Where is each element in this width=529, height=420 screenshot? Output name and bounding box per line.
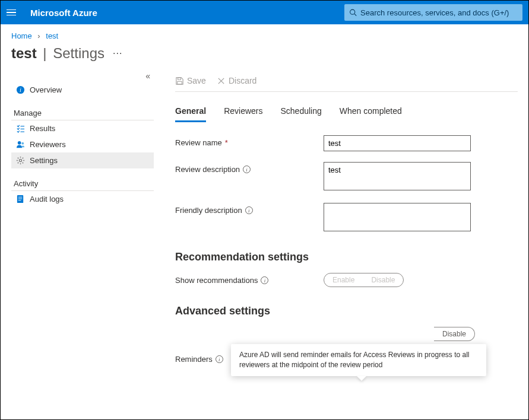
review-desc-input[interactable]: test [324,162,471,190]
list-check-icon [16,124,25,133]
tab-reviewers[interactable]: Reviewers [224,104,262,122]
friendly-desc-label: Friendly description i [175,203,324,215]
search-icon [349,8,357,17]
content-area: Save Discard General Reviewers Schedulin… [154,71,518,419]
svg-rect-12 [18,199,23,199]
discard-label: Discard [229,76,256,85]
toggle-disable: Disable [363,273,403,287]
reminders-tooltip: Azure AD will send reminder emails for A… [231,344,486,376]
toggle-disable[interactable]: Disable [434,327,474,341]
rec-settings-heading: Recommendation settings [175,251,518,263]
svg-point-7 [18,141,21,145]
chevron-right-icon: › [37,31,40,40]
toolbar: Save Discard [175,71,518,91]
page-title: test | Settings ··· [1,45,528,71]
users-icon [16,140,25,149]
breadcrumb-home[interactable]: Home [11,31,32,40]
info-icon[interactable]: i [261,276,268,284]
collapse-sidebar-icon[interactable]: « [145,71,150,81]
toggle-enable: Enable [324,273,363,287]
tabs: General Reviewers Scheduling When comple… [175,104,518,122]
info-icon[interactable]: i [243,166,251,173]
save-label: Save [187,76,206,85]
sidebar-item-results[interactable]: Results [11,120,154,136]
breadcrumb: Home › test [1,24,528,45]
sidebar-item-overview[interactable]: i Overview [11,82,154,98]
sidebar-label-settings: Settings [30,156,58,165]
friendly-desc-input[interactable] [324,203,471,231]
sidebar-item-settings[interactable]: Settings [11,152,154,168]
hidden-row-toggle-partial[interactable]: Disable [434,327,475,341]
sidebar-label-results: Results [30,124,55,133]
close-icon [217,77,226,85]
discard-button[interactable]: Discard [217,76,256,85]
global-search[interactable] [344,4,522,21]
tab-when-completed[interactable]: When completed [340,104,402,122]
svg-point-0 [350,9,355,14]
svg-rect-15 [178,81,182,84]
sidebar-item-audit-logs[interactable]: Audit logs [11,191,154,207]
sidebar-item-reviewers[interactable]: Reviewers [11,136,154,152]
title-resource: test [11,45,37,61]
svg-line-1 [354,14,356,15]
review-name-input[interactable] [324,135,471,151]
sidebar-section-activity: Activity [11,174,154,191]
brand-label: Microsoft Azure [30,8,97,18]
info-icon[interactable]: i [245,206,253,214]
tooltip-text: Azure AD will send reminder emails for A… [239,351,469,369]
save-button[interactable]: Save [175,76,206,85]
info-icon: i [16,85,25,94]
svg-rect-13 [18,200,21,201]
sidebar-label-audit: Audit logs [30,195,64,203]
adv-settings-heading: Advanced settings [175,305,518,317]
tab-general[interactable]: General [175,104,206,122]
top-bar: Microsoft Azure [1,1,528,24]
svg-text:i: i [20,87,21,93]
sidebar: « i Overview Manage Results Reviewers Se… [11,71,154,419]
show-rec-toggle: Enable Disable [324,273,404,287]
sidebar-label-overview: Overview [30,85,62,94]
save-icon [175,77,184,85]
more-icon[interactable]: ··· [113,48,122,59]
tab-scheduling[interactable]: Scheduling [281,104,322,122]
info-icon[interactable]: i [216,355,223,363]
svg-rect-11 [18,197,23,198]
breadcrumb-current[interactable]: test [46,31,58,40]
log-icon [16,195,25,203]
search-input[interactable] [360,8,518,17]
gear-icon [16,156,25,165]
review-desc-label: Review description i [175,162,324,174]
svg-point-8 [21,142,24,145]
sidebar-label-reviewers: Reviewers [30,140,66,149]
show-rec-label: Show recommendations i [175,273,324,285]
review-name-label: Review name* [175,135,324,147]
title-section: Settings [53,45,104,61]
sidebar-section-manage: Manage [11,104,154,120]
svg-point-9 [19,159,21,161]
menu-icon[interactable] [7,7,18,18]
